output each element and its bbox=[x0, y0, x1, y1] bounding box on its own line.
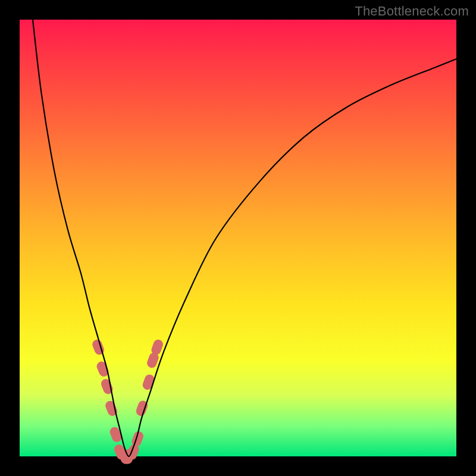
plot-area bbox=[20, 20, 456, 456]
watermark-text: TheBottleneck.com bbox=[355, 4, 469, 19]
highlight-blob bbox=[91, 338, 106, 356]
bottleneck-curve bbox=[33, 20, 456, 456]
highlight-blobs bbox=[91, 338, 164, 465]
chart-frame: TheBottleneck.com bbox=[0, 0, 476, 476]
curve-layer bbox=[20, 20, 456, 456]
